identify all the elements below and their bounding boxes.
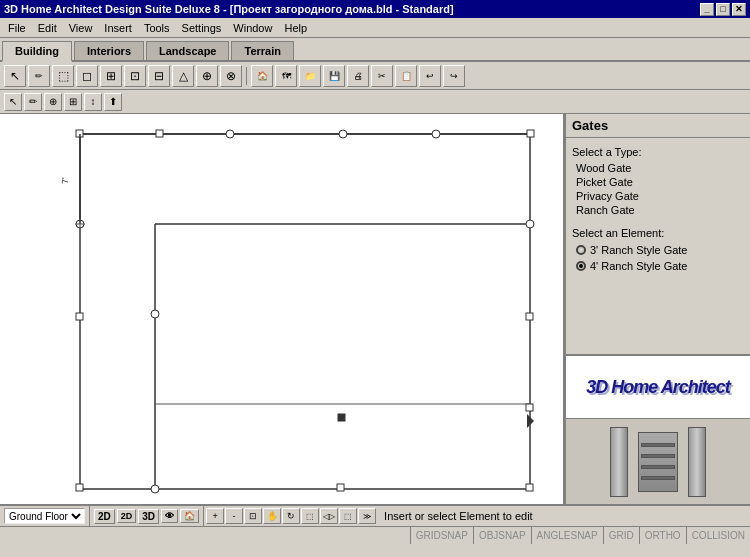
- tool-19[interactable]: ↪: [443, 65, 465, 87]
- close-button[interactable]: ✕: [732, 3, 746, 16]
- svg-point-12: [432, 130, 440, 138]
- menu-help[interactable]: Help: [278, 20, 313, 36]
- menu-file[interactable]: File: [2, 20, 32, 36]
- type-privacy-gate[interactable]: Privacy Gate: [572, 189, 744, 203]
- tool-8[interactable]: △: [172, 65, 194, 87]
- up-tool[interactable]: ⬆: [104, 93, 122, 111]
- tool-13[interactable]: 📁: [299, 65, 321, 87]
- tool-a[interactable]: ⬚: [301, 508, 319, 524]
- svg-rect-16: [76, 313, 83, 320]
- tab-terrain[interactable]: Terrain: [231, 41, 293, 60]
- minimize-button[interactable]: _: [700, 3, 714, 16]
- menu-view[interactable]: View: [63, 20, 99, 36]
- menu-insert[interactable]: Insert: [98, 20, 138, 36]
- tab-interiors[interactable]: Interiors: [74, 41, 144, 60]
- secondary-toolbar: ↖ ✏ ⊕ ⊞ ↕ ⬆: [0, 90, 750, 114]
- tab-building[interactable]: Building: [2, 41, 72, 62]
- tool-15[interactable]: 🖨: [347, 65, 369, 87]
- snap-objsnap[interactable]: OBJSNAP: [473, 527, 531, 544]
- tool-9[interactable]: ⊕: [196, 65, 218, 87]
- svg-point-18: [526, 220, 534, 228]
- drawing-canvas[interactable]: 7': [0, 114, 563, 504]
- tool-17[interactable]: 📋: [395, 65, 417, 87]
- tool-3[interactable]: ⬚: [52, 65, 74, 87]
- tab-landscape[interactable]: Landscape: [146, 41, 229, 60]
- grid-tool[interactable]: ⊞: [64, 93, 82, 111]
- menubar: File Edit View Insert Tools Settings Win…: [0, 18, 750, 38]
- tool-4[interactable]: ◻: [76, 65, 98, 87]
- radio-3ft: [576, 245, 586, 255]
- status-text: Insert or select Element to edit: [378, 510, 750, 522]
- cursor-tool[interactable]: ↖: [4, 93, 22, 111]
- menu-edit[interactable]: Edit: [32, 20, 63, 36]
- view-3d-button[interactable]: 3D: [138, 509, 159, 524]
- snap-anglesnap[interactable]: ANGLESNAP: [531, 527, 603, 544]
- tool-14[interactable]: 💾: [323, 65, 345, 87]
- snap-tool[interactable]: ⊕: [44, 93, 62, 111]
- type-wood-gate[interactable]: Wood Gate: [572, 161, 744, 175]
- svg-rect-20: [526, 404, 533, 411]
- snap-grid[interactable]: GRID: [603, 527, 639, 544]
- title-text: 3D Home Architect Design Suite Deluxe 8 …: [4, 3, 454, 15]
- pan-button[interactable]: ✋: [263, 508, 281, 524]
- tool-c[interactable]: ⬚: [339, 508, 357, 524]
- element-3ft-ranch-gate[interactable]: 3' Ranch Style Gate: [572, 242, 744, 258]
- view-2d-button[interactable]: 2D: [94, 509, 115, 524]
- draw-tool[interactable]: ✏: [24, 93, 42, 111]
- snap-collision[interactable]: COLLISION: [686, 527, 750, 544]
- tool-10[interactable]: ⊗: [220, 65, 242, 87]
- element-label: Select an Element:: [572, 227, 744, 239]
- resize-tool[interactable]: ↕: [84, 93, 102, 111]
- gate-panel: [638, 432, 678, 492]
- maximize-button[interactable]: □: [716, 3, 730, 16]
- svg-rect-0: [0, 114, 563, 504]
- tool-d[interactable]: ≫: [358, 508, 376, 524]
- svg-rect-9: [156, 130, 163, 137]
- brand-area: 3D Home Architect: [566, 354, 750, 419]
- rotate-button[interactable]: ↻: [282, 508, 300, 524]
- tool-12[interactable]: 🗺: [275, 65, 297, 87]
- menu-settings[interactable]: Settings: [176, 20, 228, 36]
- titlebar: 3D Home Architect Design Suite Deluxe 8 …: [0, 0, 750, 18]
- tool-7[interactable]: ⊟: [148, 65, 170, 87]
- tool-16[interactable]: ✂: [371, 65, 393, 87]
- panel-title: Gates: [566, 114, 750, 138]
- zoom-out-button[interactable]: -: [225, 508, 243, 524]
- zoom-in-button[interactable]: +: [206, 508, 224, 524]
- canvas-area[interactable]: 7': [0, 114, 565, 504]
- gate-rail-4: [641, 476, 675, 480]
- type-picket-gate[interactable]: Picket Gate: [572, 175, 744, 189]
- view-buttons: 2D 2D 3D 👁 🏠: [90, 506, 204, 526]
- element-3ft-label: 3' Ranch Style Gate: [590, 244, 688, 256]
- tool-b[interactable]: ◁▷: [320, 508, 338, 524]
- fit-button[interactable]: ⊡: [244, 508, 262, 524]
- tool-6[interactable]: ⊡: [124, 65, 146, 87]
- view-house-button[interactable]: 🏠: [180, 509, 199, 523]
- tool-18[interactable]: ↩: [419, 65, 441, 87]
- snap-ortho[interactable]: ORTHO: [639, 527, 686, 544]
- tabbar: Building Interiors Landscape Terrain: [0, 38, 750, 62]
- svg-rect-26: [338, 414, 345, 421]
- select-tool[interactable]: ↖: [4, 65, 26, 87]
- element-4ft-ranch-gate[interactable]: 4' Ranch Style Gate: [572, 258, 744, 274]
- view-2d-alt-button[interactable]: 2D: [117, 509, 137, 523]
- floor-selector[interactable]: Ground Floor: [0, 506, 90, 526]
- svg-text:7': 7': [60, 177, 70, 184]
- panel-content: Select a Type: Wood Gate Picket Gate Pri…: [566, 138, 750, 354]
- svg-point-22: [151, 485, 159, 493]
- menu-tools[interactable]: Tools: [138, 20, 176, 36]
- snap-gridsnap[interactable]: GRIDSNAP: [410, 527, 473, 544]
- tool-5[interactable]: ⊞: [100, 65, 122, 87]
- view-eye-button[interactable]: 👁: [161, 509, 178, 523]
- menu-window[interactable]: Window: [227, 20, 278, 36]
- bottom-toolbar-icons: + - ⊡ ✋ ↻ ⬚ ◁▷ ⬚ ≫: [204, 508, 378, 524]
- titlebar-controls[interactable]: _ □ ✕: [700, 3, 746, 16]
- radio-4ft: [576, 261, 586, 271]
- tool-2[interactable]: ✏: [28, 65, 50, 87]
- svg-rect-13: [527, 130, 534, 137]
- svg-point-11: [339, 130, 347, 138]
- floor-dropdown[interactable]: Ground Floor: [4, 508, 85, 524]
- gate-post-right: [688, 427, 706, 497]
- type-ranch-gate[interactable]: Ranch Gate: [572, 203, 744, 217]
- tool-11[interactable]: 🏠: [251, 65, 273, 87]
